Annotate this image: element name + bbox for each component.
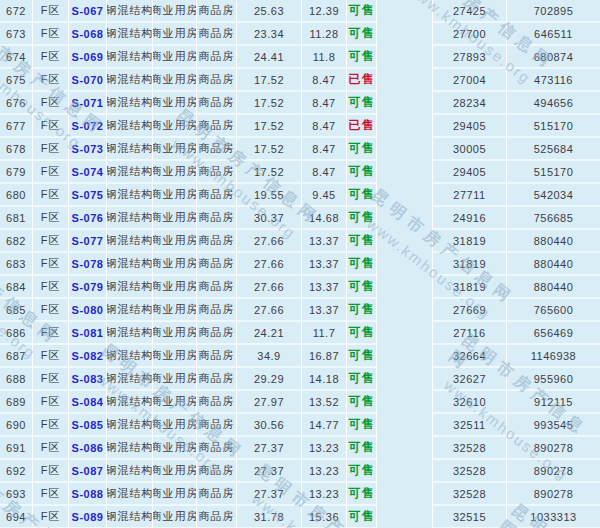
unit-link[interactable]: S-075 [69, 184, 107, 207]
cell-type: 商品房 [197, 46, 237, 69]
cell-empty [377, 138, 433, 161]
unit-link[interactable]: S-074 [69, 161, 107, 184]
table-row: 674F区S-069钢混结构商业用房商品房24.4111.8可售27893680… [0, 46, 600, 69]
status-badge: 可售 [347, 184, 377, 207]
cell-avg_price: 24916 [433, 207, 507, 230]
cell-total_price: 525684 [507, 138, 600, 161]
cell-structure: 钢混结构 [107, 506, 153, 528]
status-badge: 已售 [347, 69, 377, 92]
table-row: 685F区S-080钢混结构商业用房商品房27.6613.37可售2766976… [0, 299, 600, 322]
cell-no: 674 [0, 46, 33, 69]
cell-district: F区 [33, 460, 69, 483]
unit-link[interactable]: S-071 [69, 92, 107, 115]
unit-link[interactable]: S-076 [69, 207, 107, 230]
cell-structure: 钢混结构 [107, 46, 153, 69]
unit-link[interactable]: S-080 [69, 299, 107, 322]
cell-build_area: 24.21 [237, 322, 302, 345]
cell-usage: 商业用房 [153, 276, 197, 299]
unit-link[interactable]: S-072 [69, 115, 107, 138]
cell-structure: 钢混结构 [107, 483, 153, 506]
cell-usage: 商业用房 [153, 322, 197, 345]
table-row: 688F区S-083钢混结构商业用房商品房29.2914.18可售3262795… [0, 368, 600, 391]
unit-link[interactable]: S-086 [69, 437, 107, 460]
status-badge: 可售 [347, 46, 377, 69]
table-row: 694F区S-089钢混结构商业用房商品房31.7815.36可售3251510… [0, 506, 600, 528]
cell-build_area: 17.52 [237, 138, 302, 161]
cell-type: 商品房 [197, 437, 237, 460]
cell-empty [377, 161, 433, 184]
cell-total_price: 890278 [507, 437, 600, 460]
cell-usage: 商业用房 [153, 230, 197, 253]
unit-link[interactable]: S-081 [69, 322, 107, 345]
table-row: 681F区S-076钢混结构商业用房商品房30.3714.68可售2491675… [0, 207, 600, 230]
cell-empty [377, 46, 433, 69]
unit-link[interactable]: S-087 [69, 460, 107, 483]
cell-no: 675 [0, 69, 33, 92]
cell-avg_price: 32511 [433, 414, 507, 437]
cell-type: 商品房 [197, 92, 237, 115]
cell-total_price: 890278 [507, 460, 600, 483]
unit-link[interactable]: S-082 [69, 345, 107, 368]
cell-empty [377, 253, 433, 276]
cell-inner_area: 8.47 [302, 161, 347, 184]
unit-link[interactable]: S-089 [69, 506, 107, 528]
cell-district: F区 [33, 0, 69, 23]
cell-usage: 商业用房 [153, 345, 197, 368]
cell-type: 商品房 [197, 253, 237, 276]
unit-link[interactable]: S-079 [69, 276, 107, 299]
cell-total_price: 880440 [507, 230, 600, 253]
cell-empty [377, 276, 433, 299]
cell-empty [377, 437, 433, 460]
cell-district: F区 [33, 23, 69, 46]
status-badge: 已售 [347, 115, 377, 138]
cell-district: F区 [33, 437, 69, 460]
cell-avg_price: 31819 [433, 276, 507, 299]
table-row: 689F区S-084钢混结构商业用房商品房27.9713.52可售3261091… [0, 391, 600, 414]
status-badge: 可售 [347, 460, 377, 483]
cell-avg_price: 27425 [433, 0, 507, 23]
cell-avg_price: 31819 [433, 253, 507, 276]
table-row: 691F区S-086钢混结构商业用房商品房27.3713.23可售3252889… [0, 437, 600, 460]
cell-district: F区 [33, 368, 69, 391]
cell-avg_price: 32515 [433, 506, 507, 528]
status-badge: 可售 [347, 299, 377, 322]
cell-build_area: 27.66 [237, 253, 302, 276]
cell-type: 商品房 [197, 115, 237, 138]
unit-link[interactable]: S-069 [69, 46, 107, 69]
cell-inner_area: 15.36 [302, 506, 347, 528]
cell-avg_price: 32528 [433, 460, 507, 483]
cell-total_price: 473116 [507, 69, 600, 92]
cell-type: 商品房 [197, 483, 237, 506]
unit-link[interactable]: S-068 [69, 23, 107, 46]
unit-link[interactable]: S-088 [69, 483, 107, 506]
cell-build_area: 23.34 [237, 23, 302, 46]
unit-link[interactable]: S-070 [69, 69, 107, 92]
table-row: 690F区S-085钢混结构商业用房商品房30.5614.77可售3251199… [0, 414, 600, 437]
cell-inner_area: 9.45 [302, 184, 347, 207]
cell-structure: 钢混结构 [107, 184, 153, 207]
cell-avg_price: 31819 [433, 230, 507, 253]
unit-link[interactable]: S-077 [69, 230, 107, 253]
cell-district: F区 [33, 322, 69, 345]
cell-avg_price: 27669 [433, 299, 507, 322]
unit-link[interactable]: S-067 [69, 0, 107, 23]
cell-structure: 钢混结构 [107, 276, 153, 299]
cell-structure: 钢混结构 [107, 138, 153, 161]
unit-link[interactable]: S-084 [69, 391, 107, 414]
cell-district: F区 [33, 46, 69, 69]
cell-empty [377, 506, 433, 528]
unit-link[interactable]: S-078 [69, 253, 107, 276]
unit-link[interactable]: S-085 [69, 414, 107, 437]
cell-build_area: 30.37 [237, 207, 302, 230]
cell-no: 685 [0, 299, 33, 322]
cell-no: 686 [0, 322, 33, 345]
unit-link[interactable]: S-083 [69, 368, 107, 391]
table-row: 683F区S-078钢混结构商业用房商品房27.6613.37可售3181988… [0, 253, 600, 276]
cell-no: 689 [0, 391, 33, 414]
cell-type: 商品房 [197, 276, 237, 299]
unit-link[interactable]: S-073 [69, 138, 107, 161]
table-row: 673F区S-068钢混结构商业用房商品房23.3411.28可售2770064… [0, 23, 600, 46]
cell-no: 687 [0, 345, 33, 368]
cell-total_price: 515170 [507, 161, 600, 184]
cell-district: F区 [33, 207, 69, 230]
